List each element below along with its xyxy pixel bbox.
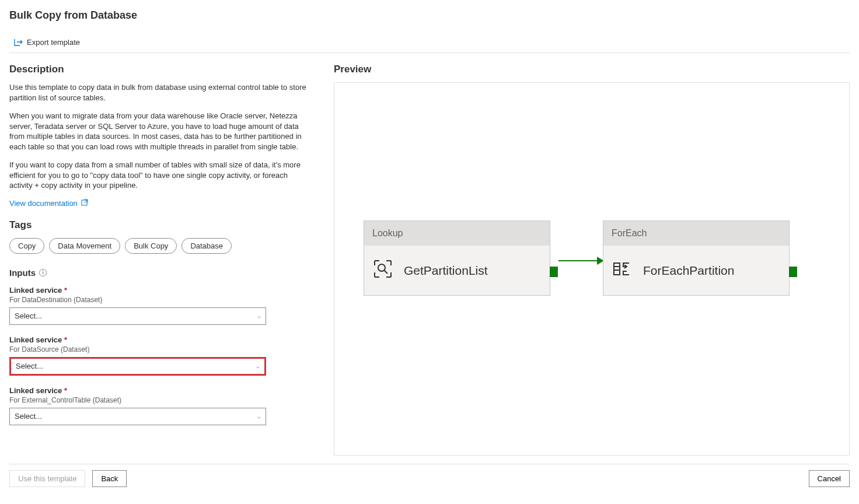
input-label-3: Linked service * xyxy=(9,386,313,395)
input-datadestination: Linked service * For DataDestination (Da… xyxy=(9,286,313,325)
input-controltable: Linked service * For External_ControlTab… xyxy=(9,386,313,425)
select-placeholder-3: Select... xyxy=(15,412,42,421)
info-icon[interactable]: i xyxy=(39,269,47,276)
select-placeholder-2: Select... xyxy=(16,362,43,370)
lookup-name: GetPartitionList xyxy=(404,264,488,278)
tags-title: Tags xyxy=(9,219,313,231)
input-sublabel-2: For DataSource (Dataset) xyxy=(9,345,313,354)
page-title: Bulk Copy from Database xyxy=(9,9,850,22)
select-placeholder-1: Select... xyxy=(15,312,42,320)
lookup-icon xyxy=(372,258,393,282)
back-button[interactable]: Back xyxy=(92,470,127,487)
input-label-2: Linked service * xyxy=(9,335,313,344)
lookup-activity-node[interactable]: Lookup GetPartitionList xyxy=(364,220,550,296)
tag-data-movement[interactable]: Data Movement xyxy=(49,238,120,254)
svg-line-2 xyxy=(384,270,387,274)
description-p1: Use this template to copy data in bulk f… xyxy=(9,82,313,103)
description-title: Description xyxy=(9,64,313,75)
connector-arrow xyxy=(558,260,603,261)
cancel-button[interactable]: Cancel xyxy=(809,470,850,487)
chevron-down-icon: ⌵ xyxy=(257,413,261,419)
tag-copy[interactable]: Copy xyxy=(9,238,44,254)
export-template-link[interactable]: Export template xyxy=(14,38,80,47)
select-datadestination[interactable]: Select... ⌵ xyxy=(9,307,266,325)
lookup-header: Lookup xyxy=(364,221,550,246)
tag-bulk-copy[interactable]: Bulk Copy xyxy=(125,238,177,254)
input-sublabel-1: For DataDestination (Dataset) xyxy=(9,296,313,304)
external-link-icon xyxy=(81,199,88,208)
footer: Use this template Back Cancel xyxy=(9,464,850,487)
tags-row: Copy Data Movement Bulk Copy Database xyxy=(9,238,313,254)
svg-rect-3 xyxy=(614,263,620,275)
export-icon xyxy=(14,38,23,47)
description-p2: When you want to migrate data from your … xyxy=(9,111,313,152)
view-documentation-label: View documentation xyxy=(9,199,78,208)
foreach-icon xyxy=(612,258,633,282)
foreach-name: ForEachPartition xyxy=(643,264,734,278)
chevron-down-icon: ⌵ xyxy=(256,363,260,369)
foreach-output-port[interactable] xyxy=(789,267,797,277)
foreach-activity-node[interactable]: ForEach ForEachPartition xyxy=(603,220,790,296)
input-datasource: Linked service * For DataSource (Dataset… xyxy=(9,335,313,376)
preview-canvas[interactable]: Lookup GetPartitionList ForEach xyxy=(334,82,850,456)
select-datasource[interactable]: Select... ⌵ xyxy=(9,357,266,376)
select-controltable[interactable]: Select... ⌵ xyxy=(9,408,266,425)
input-label-1: Linked service * xyxy=(9,286,313,295)
use-this-template-button: Use this template xyxy=(9,470,85,487)
inputs-title: Inputs i xyxy=(9,268,313,278)
chevron-down-icon: ⌵ xyxy=(257,313,261,319)
toolbar: Export template xyxy=(9,36,850,53)
export-template-label: Export template xyxy=(27,38,80,47)
input-sublabel-3: For External_ControlTable (Dataset) xyxy=(9,396,313,404)
preview-title: Preview xyxy=(334,64,850,75)
lookup-output-port[interactable] xyxy=(550,267,558,277)
view-documentation-link[interactable]: View documentation xyxy=(9,199,88,208)
foreach-header: ForEach xyxy=(603,221,789,246)
tag-database[interactable]: Database xyxy=(181,238,232,254)
description-p3: If you want to copy data from a small nu… xyxy=(9,160,313,191)
